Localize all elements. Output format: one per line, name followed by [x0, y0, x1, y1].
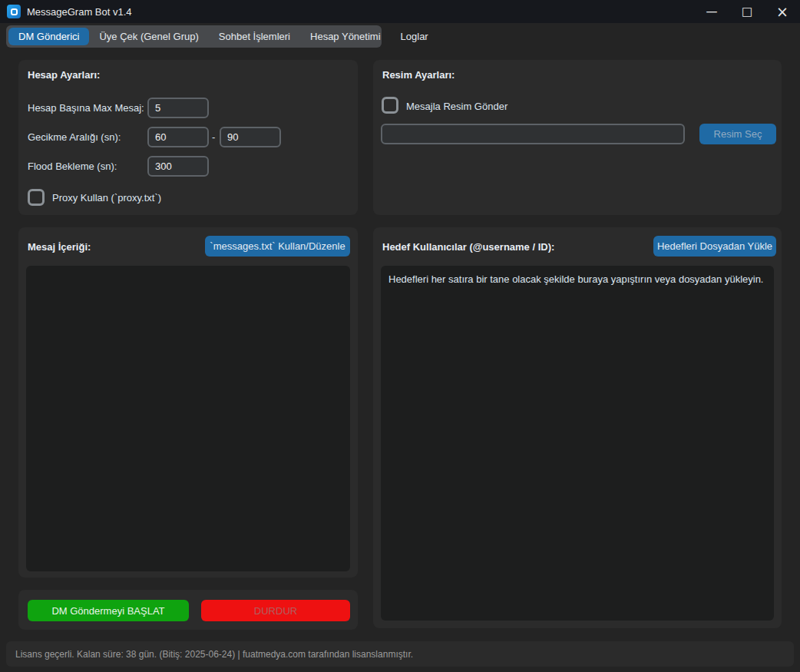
window-title: MessageGram Bot v1.4 [27, 6, 132, 18]
tab-uye-cek[interactable]: Üye Çek (Genel Grup) [89, 28, 208, 45]
license-status-text: Lisans geçerli. Kalan süre: 38 gün. (Bit… [15, 649, 413, 660]
message-content-textarea[interactable] [26, 266, 350, 571]
maximize-icon: □ [742, 5, 752, 18]
app-icon [7, 5, 21, 18]
titlebar: MessageGram Bot v1.4 — □ × [0, 0, 800, 23]
tab-sohbet-islemleri[interactable]: Sohbet İşlemleri [209, 28, 300, 45]
maximize-button[interactable]: □ [729, 0, 765, 23]
select-image-button[interactable]: Resim Seç [699, 124, 776, 144]
tab-loglar[interactable]: Loglar [391, 28, 438, 45]
proxy-checkbox-label: Proxy Kullan (`proxy.txt`) [52, 192, 161, 204]
targets-textarea[interactable]: Hedefleri her satıra bir tane olacak şek… [381, 266, 774, 621]
max-msg-input[interactable] [147, 98, 209, 118]
app-window: MessageGram Bot v1.4 — □ × DM Gönderici … [0, 0, 800, 672]
send-image-checkbox[interactable] [382, 97, 398, 114]
targets-panel: Hedef Kullanıcılar (@username / ID): Hed… [373, 227, 782, 628]
targets-title: Hedef Kullanıcılar (@username / ID): [382, 241, 554, 253]
image-path-input[interactable] [381, 124, 685, 144]
minimize-icon: — [706, 5, 718, 18]
max-msg-label: Hesap Başına Max Mesaj: [28, 102, 144, 114]
image-settings-title: Resim Ayarları: [382, 69, 455, 81]
load-targets-button[interactable]: Hedefleri Dosyadan Yükle [653, 236, 776, 257]
app-icon-ring [11, 8, 18, 15]
tab-bar: DM Gönderici Üye Çek (Genel Grup) Sohbet… [6, 25, 382, 48]
tab-dm-gonderici[interactable]: DM Gönderici [8, 28, 89, 45]
message-content-title: Mesaj İçeriği: [28, 241, 91, 253]
flood-input[interactable] [147, 156, 209, 177]
message-content-panel: Mesaj İçeriği: `messages.txt` Kullan/Düz… [18, 227, 358, 578]
flood-label: Flood Bekleme (sn): [28, 161, 117, 172]
delay-min-input[interactable] [147, 127, 209, 147]
window-controls: — □ × [694, 0, 800, 23]
send-image-checkbox-label: Mesajla Resim Gönder [406, 101, 507, 112]
account-settings-panel: Hesap Ayarları: Hesap Başına Max Mesaj: … [18, 60, 358, 215]
delay-label: Gecikme Aralığı (sn): [28, 131, 121, 143]
minimize-button[interactable]: — [694, 0, 729, 23]
image-settings-panel: Resim Ayarları: Mesajla Resim Gönder Res… [373, 60, 782, 215]
tab-hesap-yonetimi[interactable]: Hesap Yönetimi [300, 28, 391, 45]
start-dm-button[interactable]: DM Göndermeyi BAŞLAT [28, 600, 189, 621]
close-button[interactable]: × [765, 0, 800, 23]
delay-separator: - [212, 131, 215, 143]
stop-button[interactable]: DURDUR [201, 600, 350, 621]
action-buttons-panel: DM Göndermeyi BAŞLAT DURDUR [18, 590, 358, 630]
messages-edit-button[interactable]: `messages.txt` Kullan/Düzenle [205, 236, 350, 257]
status-bar: Lisans geçerli. Kalan süre: 38 gün. (Bit… [6, 641, 794, 667]
delay-max-input[interactable] [220, 127, 281, 147]
close-icon: × [776, 3, 788, 20]
account-settings-title: Hesap Ayarları: [28, 69, 100, 81]
proxy-checkbox[interactable] [28, 189, 45, 206]
